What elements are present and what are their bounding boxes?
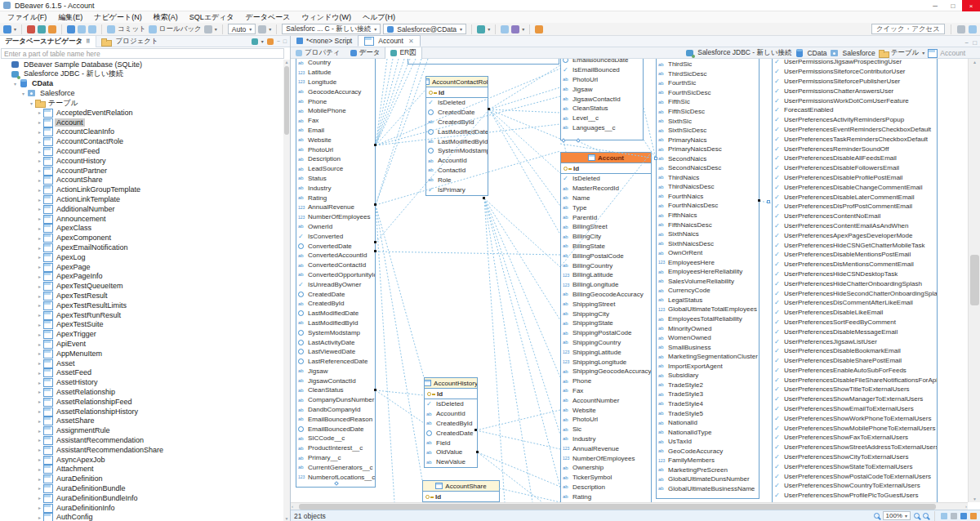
tree-item[interactable]: ▸ApexTestSuite — [0, 320, 284, 330]
sql-editor-icon[interactable] — [67, 25, 75, 33]
er-diagram-canvas[interactable]: CountryLatitudeLongitudeGeocodeAccuracyP… — [291, 59, 968, 502]
entity-user-columns-partial[interactable]: UserPermissionsJigsawProspectingUserUser… — [772, 59, 938, 502]
collapse-all-icon[interactable] — [267, 38, 274, 45]
star2-icon[interactable] — [38, 25, 46, 33]
tree-item[interactable]: ▸ApexComponent — [0, 233, 284, 243]
minimize-view-icon[interactable]: − — [277, 38, 280, 44]
sql-script-icon[interactable] — [78, 25, 86, 33]
expand-arrow-icon[interactable]: ▸ — [36, 293, 43, 299]
perspective2-icon[interactable] — [969, 25, 977, 33]
tree-item[interactable]: ▸AccountHistory — [0, 156, 284, 166]
menu-item[interactable]: データベース — [240, 12, 296, 23]
expand-arrow-icon[interactable]: ▸ — [36, 505, 43, 510]
expand-arrow-icon[interactable]: ▸ — [36, 197, 43, 203]
tree-item[interactable]: ▸ApexTestResult — [0, 291, 284, 301]
rollback-icon[interactable] — [149, 25, 157, 33]
tree-item[interactable]: ▸Attachment — [0, 464, 284, 474]
perspective1-icon[interactable] — [957, 25, 965, 33]
tree-item[interactable]: ▸AssetRelationshipHistory — [0, 407, 284, 416]
tree-item[interactable]: ▸ActionLinkTemplate — [0, 194, 284, 204]
tree-item[interactable]: ▸ApexTestQueueItem — [0, 281, 284, 291]
scroll-down-icon[interactable]: ▼ — [283, 516, 290, 521]
expand-arrow-icon[interactable]: ▸ — [36, 187, 43, 193]
subtab-er-diagram[interactable]: ER図 — [385, 47, 421, 59]
expand-arrow-icon[interactable]: ▸ — [36, 158, 43, 163]
tree-item[interactable]: ▸AccountFeed — [0, 146, 284, 156]
menu-item[interactable]: 検索(A) — [148, 12, 184, 23]
sql-file-icon[interactable] — [88, 25, 96, 33]
maximize-editor-icon[interactable]: □ — [973, 39, 977, 47]
expand-arrow-icon[interactable]: ▾ — [20, 91, 27, 96]
tree-item[interactable]: ▸AccountShare — [0, 176, 284, 185]
expand-arrow-icon[interactable]: ▸ — [36, 264, 43, 269]
commit-icon[interactable] — [107, 25, 115, 33]
tree-item[interactable]: ▸AssetShare — [0, 416, 284, 425]
entity-lead-columns-partial[interactable]: CountryLatitudeLongitudeGeocodeAccuracyP… — [296, 59, 376, 488]
menu-item[interactable]: ファイル(F) — [2, 12, 52, 23]
table-filter-input[interactable] — [1, 48, 284, 59]
entity-account-share[interactable]: AccountShareId — [422, 480, 500, 502]
maximize-button[interactable]: □ — [944, 0, 962, 11]
breadcrumb-item[interactable]: Account — [940, 49, 965, 57]
breadcrumb-item[interactable]: テーブル — [891, 48, 920, 58]
tab-account[interactable]: Account ✕ — [358, 35, 420, 47]
open-folder-icon[interactable] — [535, 25, 543, 33]
tree-item[interactable]: ▸AsyncApexJob — [0, 455, 284, 465]
scroll-up-icon[interactable]: ▲ — [283, 60, 290, 65]
tree-item[interactable]: ▸AssignmentRule — [0, 425, 284, 435]
scroll-down-icon[interactable]: ▼ — [969, 497, 980, 501]
tab-database-navigator[interactable]: データベースナビゲータ⠿ — [0, 36, 96, 47]
expand-arrow-icon[interactable]: ▸ — [36, 283, 43, 289]
quick-access-box[interactable]: クイック・アクセス — [871, 24, 945, 34]
tree-item[interactable]: ▸AcceptedEventRelation — [0, 108, 284, 118]
expand-arrow-icon[interactable]: ▸ — [36, 139, 43, 145]
tree-item[interactable]: ▸AppMenuItem — [0, 349, 284, 358]
expand-arrow-icon[interactable]: ▸ — [36, 245, 43, 251]
commit-mode-combo[interactable]: Auto▾ — [228, 24, 256, 34]
tree-item[interactable]: ▸AuraDefinitionInfo — [0, 503, 284, 513]
breadcrumb-item[interactable]: Salesforce — [842, 49, 875, 57]
scroll-right-icon[interactable]: › — [965, 504, 967, 509]
maximize-view-icon[interactable]: □ — [283, 38, 287, 44]
expand-arrow-icon[interactable]: ▸ — [36, 514, 43, 520]
breadcrumb-caret[interactable]: ▾ — [922, 50, 924, 56]
tree-item[interactable]: ▸AuthConfig — [0, 512, 284, 521]
new-connection-icon[interactable] — [3, 25, 11, 33]
minimize-button[interactable]: ─ — [926, 0, 944, 11]
tree-item[interactable]: ▸ActionLinkGroupTemplate — [0, 185, 284, 194]
save-diagram-icon[interactable] — [960, 513, 967, 519]
minimize-editor-icon[interactable]: − — [964, 39, 969, 47]
tree-item[interactable]: ▸ApexPage — [0, 262, 284, 272]
scroll-left-icon[interactable]: ‹ — [292, 504, 293, 509]
tree-item[interactable]: ▸AssistantRecommendation — [0, 435, 284, 445]
expand-arrow-icon[interactable]: ▸ — [36, 322, 43, 327]
expand-arrow-icon[interactable]: ▸ — [36, 312, 43, 318]
entity-dandbcompany-columns-partial[interactable]: ThirdSicThirdSicDescFourthSicFourthSicDe… — [656, 59, 760, 499]
grid-toggle-icon[interactable] — [941, 513, 947, 519]
subtab-data[interactable]: データ — [345, 47, 385, 59]
expand-arrow-icon[interactable]: ▸ — [36, 418, 43, 424]
expand-arrow-icon[interactable]: ▸ — [36, 167, 43, 173]
tree-item[interactable]: ▸ApexPageInfo — [0, 272, 284, 282]
tree-item[interactable]: ▾CData — [0, 79, 284, 89]
view-menu-caret[interactable]: ▾ — [261, 38, 264, 44]
expand-arrow-icon[interactable]: ▸ — [36, 225, 43, 231]
menu-item[interactable]: SQLエディタ — [184, 12, 240, 23]
expand-arrow-icon[interactable]: ▸ — [36, 302, 43, 308]
menu-item[interactable]: ナビゲート(N) — [88, 12, 147, 23]
expand-arrow-icon[interactable]: ▸ — [36, 437, 43, 443]
tree-item[interactable]: ▸AuraDefinitionBundleInfo — [0, 493, 284, 503]
tree-item[interactable]: ▸Account — [0, 118, 284, 127]
tx-settings-icon[interactable] — [258, 25, 266, 33]
vertical-scrollbar[interactable]: ▲ ▼ — [968, 59, 980, 502]
tree-item[interactable]: ▸AccountContactRole — [0, 136, 284, 146]
expand-arrow-icon[interactable]: ▸ — [36, 389, 43, 394]
breadcrumb-item[interactable]: CData — [807, 49, 826, 57]
commit-button[interactable]: コミット — [118, 24, 146, 34]
sidebar-scrollbar[interactable]: ▲ ▼ — [283, 60, 290, 521]
tree-item[interactable]: ▸AccountCleanInfo — [0, 127, 284, 137]
expand-arrow-icon[interactable]: ▾ — [28, 100, 35, 106]
tree-item[interactable]: ▸AssetFeed — [0, 368, 284, 378]
star-icon[interactable] — [27, 25, 35, 33]
expand-arrow-icon[interactable]: ▸ — [36, 149, 43, 154]
